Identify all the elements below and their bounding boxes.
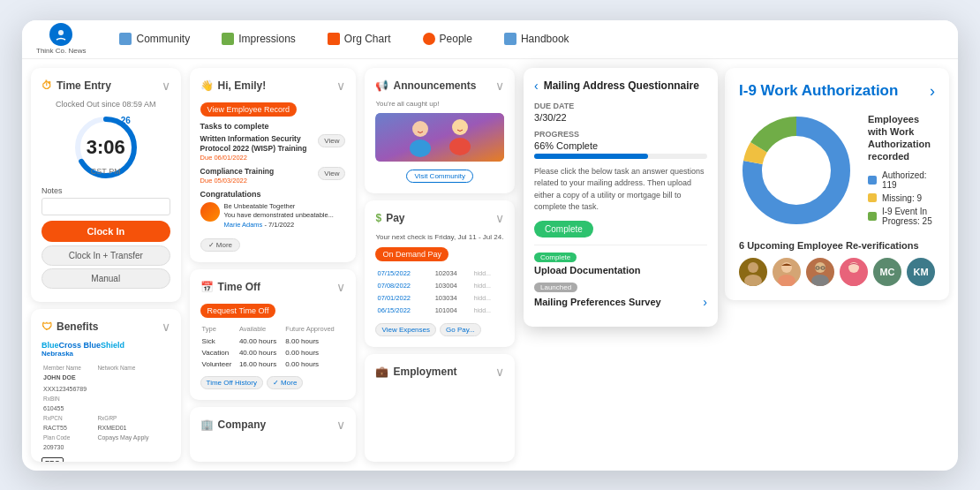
svg-rect-3 <box>376 113 504 162</box>
manual-button[interactable]: Manual <box>41 268 170 289</box>
pay-row-4: 06/15/2022 101004 hidd... <box>377 305 502 316</box>
svg-point-4 <box>412 121 428 137</box>
svg-point-0 <box>58 30 64 35</box>
hi-emily-title: 👋 Hi, Emily! <box>200 79 267 92</box>
clock-in-button[interactable]: Clock In <box>41 221 170 242</box>
nav-item-people[interactable]: People <box>416 29 479 49</box>
benefits-chevron[interactable]: ∨ <box>162 320 170 334</box>
view-employee-record-button[interactable]: View Employee Record <box>200 102 297 117</box>
company-title: 🏢 Company <box>200 418 267 431</box>
time-off-row-sick: Sick 40.00 hours 8.00 hours <box>202 336 344 346</box>
app-container: Think Co. News Community Impressions Org… <box>22 20 958 471</box>
task-2-arrow-icon[interactable]: › <box>703 295 707 309</box>
progress-bar <box>534 154 707 159</box>
svg-point-7 <box>449 138 471 155</box>
more-button[interactable]: ✓ More <box>200 238 240 252</box>
quest-progress-pct: 66% Complete <box>534 140 707 151</box>
avatar-row: MC KM <box>739 258 935 286</box>
time-off-chevron[interactable]: ∨ <box>336 280 345 294</box>
handbook-icon <box>504 33 516 45</box>
quest-complete-button[interactable]: Complete <box>534 221 593 237</box>
task-2-view-button[interactable]: View <box>318 167 345 180</box>
avatar-2 <box>773 258 801 286</box>
employment-chevron[interactable]: ∨ <box>495 365 504 379</box>
svg-point-17 <box>811 275 829 286</box>
hi-emily-chevron[interactable]: ∨ <box>336 79 345 93</box>
i9-title: I-9 Work Authorization <box>739 82 898 100</box>
time-hours: 26 <box>121 116 131 125</box>
clock-in-transfer-button[interactable]: Clock In + Transfer <box>41 245 170 266</box>
quest-task-2: Launched Mailing Preferences Survey › <box>534 283 707 309</box>
questionnaire-card: ‹ Mailing Address Questionnaire Due Date… <box>524 68 718 327</box>
time-entry-title: ⏱ Time Entry <box>41 79 111 92</box>
svg-point-6 <box>452 119 468 135</box>
view-expenses-button[interactable]: View Expenses <box>375 323 436 336</box>
nav-item-org-chart[interactable]: Org Chart <box>320 29 398 49</box>
quest-divider <box>534 245 707 245</box>
benefits-title: 🛡 Benefits <box>41 320 98 333</box>
time-off-table: Type Available Future Approved Sick 40.0… <box>200 323 346 371</box>
i9-arrow-icon[interactable]: › <box>930 82 935 101</box>
benefits-card: 🛡 Benefits ∨ BlueCross BlueShield Nebras… <box>31 309 181 462</box>
time-off-more-button[interactable]: ✓ More <box>267 376 303 389</box>
time-display: 3:06 <box>87 136 125 159</box>
company-card: 🏢 Company ∨ <box>190 407 357 461</box>
quest-title: Mailing Address Questionnaire <box>544 79 699 92</box>
svg-point-12 <box>748 262 758 273</box>
community-icon <box>119 33 132 45</box>
request-time-off-button[interactable]: Request Time Off <box>200 304 276 318</box>
progress-bar-fill <box>534 154 648 159</box>
task-2-launched-badge: Launched <box>534 283 577 292</box>
task-1-complete-badge: Complete <box>534 253 577 262</box>
pay-row-3: 07/01/2022 103034 hidd... <box>377 293 502 304</box>
quest-back-button[interactable]: ‹ <box>534 79 539 93</box>
pay-title: $ Pay <box>375 212 404 224</box>
nav-item-community[interactable]: Community <box>112 29 197 49</box>
column-3: 📢 Announcements ∨ You're all caught up! <box>365 68 515 462</box>
svg-point-5 <box>410 139 431 157</box>
impressions-icon <box>222 33 234 45</box>
on-demand-pay-button[interactable]: On Demand Pay <box>375 247 449 261</box>
pay-card: $ Pay ∨ Your next check is Friday, Jul 1… <box>365 200 515 347</box>
task-2-title: Mailing Preferences Survey <box>534 297 661 307</box>
notes-label: Notes <box>41 186 170 195</box>
i9-card: I-9 Work Authorization › <box>725 68 949 300</box>
column-5: I-9 Work Authorization › <box>725 68 949 462</box>
legend-in-progress-dot <box>868 212 877 221</box>
nav-logo[interactable]: Think Co. News <box>36 23 86 55</box>
go-pay-button[interactable]: Go Pay... <box>440 323 481 336</box>
people-icon <box>423 33 435 45</box>
nav-item-impressions[interactable]: Impressions <box>215 29 303 49</box>
announcements-subtitle: You're all caught up! <box>375 100 504 108</box>
main-content: ⏱ Time Entry ∨ Clocked Out since 08:59 A… <box>22 59 958 471</box>
quest-header: ‹ Mailing Address Questionnaire <box>534 79 707 93</box>
task-item-1: View Written Information Security Protoc… <box>200 134 346 162</box>
congrats-item: Be Unbeatable Together You have demonstr… <box>200 202 346 230</box>
notes-input[interactable] <box>41 198 170 215</box>
column-2: 👋 Hi, Emily! ∨ View Employee Record Task… <box>190 68 357 462</box>
visit-community-button[interactable]: Visit Community <box>406 170 473 183</box>
svg-point-15 <box>778 275 795 286</box>
time-off-row-volunteer: Volunteer 16.00 hours 0.00 hours <box>202 359 344 369</box>
pay-chevron[interactable]: ∨ <box>495 211 504 225</box>
company-chevron[interactable]: ∨ <box>336 418 345 432</box>
nav-item-handbook[interactable]: Handbook <box>497 29 577 49</box>
hi-emily-card: 👋 Hi, Emily! ∨ View Employee Record Task… <box>190 68 357 263</box>
announcements-chevron[interactable]: ∨ <box>495 79 504 93</box>
svg-point-21 <box>845 275 863 286</box>
benefits-table: Member NameNetwork Name JOHN DOE XXX1234… <box>41 362 170 453</box>
svg-point-13 <box>744 275 762 286</box>
re-verify-section: 6 Upcoming Employee Re-verifications <box>739 240 935 286</box>
time-entry-card: ⏱ Time Entry ∨ Clocked Out since 08:59 A… <box>31 68 181 302</box>
i9-legend: Employees with Work Authorization record… <box>868 113 935 230</box>
announcements-card: 📢 Announcements ∨ You're all caught up! <box>365 68 515 193</box>
time-circle: 26 3:06 CST PM <box>71 112 141 183</box>
legend-missing: Missing: 9 <box>868 193 935 203</box>
i9-content: Employees with Work Authorization record… <box>739 113 935 230</box>
quest-due-label: Due Date <box>534 102 707 110</box>
time-entry-chevron[interactable]: ∨ <box>162 79 170 93</box>
i9-legend-title: Employees with Work Authorization record… <box>868 113 935 163</box>
task-item-2: View Compliance Training Due 05/03/2022 <box>200 167 346 185</box>
time-off-history-button[interactable]: Time Off History <box>200 376 263 389</box>
task-1-view-button[interactable]: View <box>318 134 345 147</box>
